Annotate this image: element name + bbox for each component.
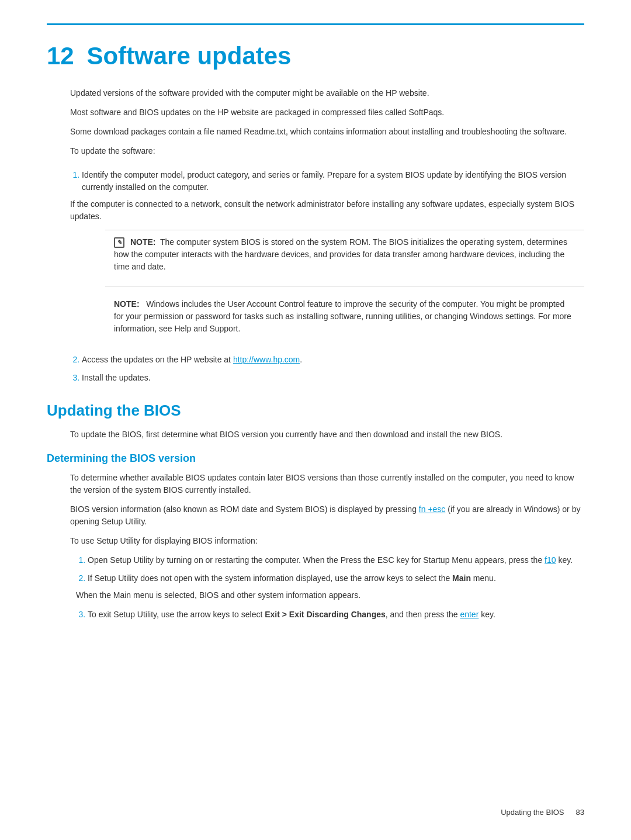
f10-link[interactable]: f10: [545, 555, 556, 565]
bios-para-3: To use Setup Utility for displaying BIOS…: [70, 535, 584, 547]
main-menu-bold: Main: [452, 573, 471, 583]
main-steps-list: Identify the computer model, product cat…: [47, 169, 584, 384]
step-1-text: Identify the computer model, product cat…: [82, 170, 566, 192]
page-container: 12 Software updates Updated versions of …: [0, 0, 631, 662]
determining-bios-section: To determine whether available BIOS upda…: [47, 472, 584, 621]
intro-para-2: Most software and BIOS updates on the HP…: [70, 106, 584, 119]
updating-bios-heading: Updating the BIOS: [47, 402, 584, 420]
fn-esc-link[interactable]: fn +esc: [419, 504, 446, 514]
page-footer: Updating the BIOS 83: [501, 808, 584, 817]
note-box-2: NOTE: Windows includes the User Account …: [105, 292, 584, 348]
note-2-label: NOTE:: [114, 299, 140, 309]
note-2-body: Windows includes the User Account Contro…: [114, 299, 571, 333]
top-border: [47, 23, 584, 25]
footer-section-name: Updating the BIOS: [501, 808, 564, 817]
enter-link[interactable]: enter: [460, 610, 479, 619]
determining-bios-heading: Determining the BIOS version: [47, 452, 584, 465]
note-box-1: ✎ NOTE: The computer system BIOS is stor…: [105, 230, 584, 286]
intro-section: Updated versions of the software provide…: [47, 87, 584, 157]
bios-step-2: If Setup Utility does not open with the …: [88, 572, 584, 602]
chapter-title-text: Software updates: [86, 42, 291, 70]
bios-step-1-text: Open Setup Utility by turning on or rest…: [88, 555, 573, 565]
exit-discarding-bold: Exit > Exit Discarding Changes: [265, 610, 386, 619]
step-2: Access the updates on the HP website at …: [82, 354, 584, 366]
bios-para-2: BIOS version information (also known as …: [70, 503, 584, 528]
intro-para-4: To update the software:: [70, 145, 584, 157]
intro-para-3: Some download packages contain a file na…: [70, 126, 584, 138]
chapter-title: 12 Software updates: [47, 43, 584, 70]
step-3: Install the updates.: [82, 372, 584, 384]
chapter-number: 12: [47, 42, 74, 70]
step-3-text: Install the updates.: [82, 373, 151, 382]
updating-bios-intro: To update the BIOS, first determine what…: [47, 428, 584, 441]
note-icon-1: ✎: [114, 237, 124, 248]
note-1-body: The computer system BIOS is stored on th…: [114, 237, 567, 271]
step-1-sub: If the computer is connected to a networ…: [70, 198, 584, 223]
bios-step-2-text: If Setup Utility does not open with the …: [88, 573, 496, 583]
step-2-text: Access the updates on the HP website at …: [82, 355, 302, 364]
note-1-text: ✎ NOTE: The computer system BIOS is stor…: [114, 236, 575, 273]
bios-steps-list: Open Setup Utility by turning on or rest…: [70, 554, 584, 621]
bios-step-2-sub: When the Main menu is selected, BIOS and…: [76, 589, 584, 602]
bios-para-1: To determine whether available BIOS upda…: [70, 472, 584, 496]
bios-step-3-text: To exit Setup Utility, use the arrow key…: [88, 610, 495, 619]
step-1-sub-text: If the computer is connected to a networ…: [70, 198, 584, 223]
updating-bios-intro-text: To update the BIOS, first determine what…: [70, 428, 584, 441]
note-2-text: NOTE: Windows includes the User Account …: [114, 298, 575, 335]
bios-step-3: To exit Setup Utility, use the arrow key…: [88, 609, 584, 621]
footer-page-number: 83: [576, 808, 584, 817]
step-1: Identify the computer model, product cat…: [82, 169, 584, 348]
bios-step-2-sub-text: When the Main menu is selected, BIOS and…: [76, 589, 584, 602]
bios-step-1: Open Setup Utility by turning on or rest…: [88, 554, 584, 566]
intro-para-1: Updated versions of the software provide…: [70, 87, 584, 99]
hp-website-link[interactable]: http://www.hp.com: [233, 355, 300, 364]
note-1-label: NOTE:: [130, 237, 156, 247]
